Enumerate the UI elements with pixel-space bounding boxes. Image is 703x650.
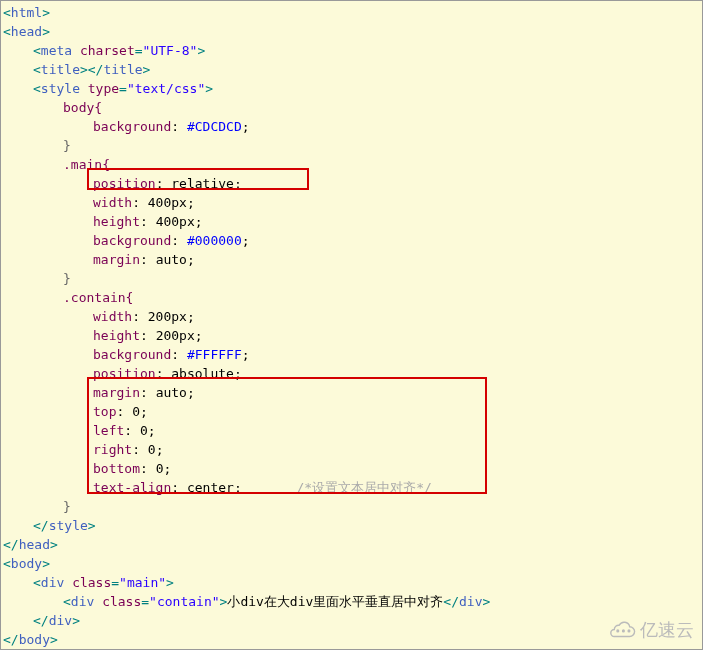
cloud-icon: [608, 619, 636, 641]
css-comment: /*设置文本居中对齐*/: [297, 480, 432, 495]
watermark: 亿速云: [608, 619, 694, 641]
svg-point-2: [627, 629, 630, 632]
svg-point-0: [616, 629, 619, 632]
watermark-text: 亿速云: [640, 621, 694, 640]
inner-text: 小div在大div里面水平垂直居中对齐: [227, 594, 443, 609]
code-block: <html> <head> <meta charset="UTF-8"> <ti…: [3, 3, 700, 650]
svg-point-1: [622, 629, 625, 632]
